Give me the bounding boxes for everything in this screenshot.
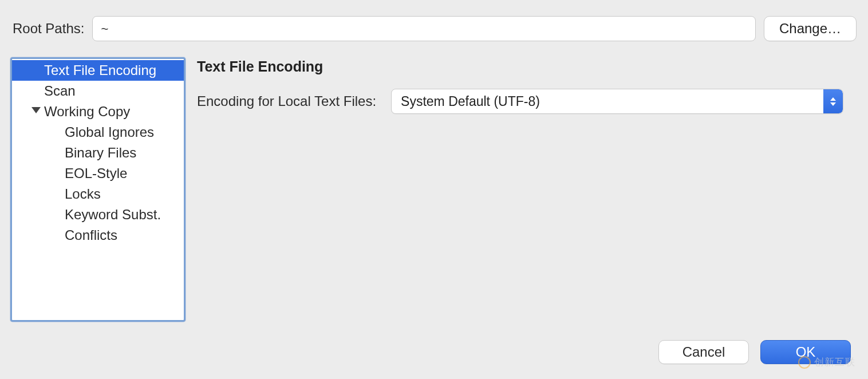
dialog-button-bar: Cancel OK	[658, 340, 851, 364]
sidebar-item-conflicts[interactable]: Conflicts	[12, 225, 184, 246]
chevron-up-icon	[830, 97, 836, 101]
encoding-field-row: Encoding for Local Text Files: System De…	[197, 89, 857, 114]
sidebar-item-locks[interactable]: Locks	[12, 184, 184, 204]
sidebar-tree[interactable]: Text File Encoding Scan Working Copy Glo…	[10, 57, 186, 322]
encoding-dropdown[interactable]: System Default (UTF-8)	[391, 89, 843, 114]
content-pane: Text File Encoding Encoding for Local Te…	[197, 57, 857, 322]
change-button[interactable]: Change…	[764, 16, 857, 41]
root-paths-label: Root Paths:	[13, 21, 84, 37]
disclosure-triangle-icon[interactable]	[31, 107, 41, 113]
root-paths-input[interactable]: ~	[92, 16, 756, 41]
encoding-label: Encoding for Local Text Files:	[197, 93, 376, 109]
sidebar-item-label: Scan	[44, 83, 76, 98]
dropdown-stepper-icon[interactable]	[823, 89, 843, 113]
sidebar-item-keyword-subst[interactable]: Keyword Subst.	[12, 204, 184, 225]
ok-button[interactable]: OK	[760, 340, 851, 364]
sidebar-item-label: Keyword Subst.	[65, 207, 161, 222]
sidebar-item-global-ignores[interactable]: Global Ignores	[12, 122, 184, 143]
sidebar-item-text-file-encoding[interactable]: Text File Encoding	[12, 60, 184, 81]
sidebar-item-label: Binary Files	[65, 145, 136, 160]
sidebar-item-label: Text File Encoding	[44, 62, 156, 78]
sidebar-item-label: Locks	[65, 186, 101, 202]
root-paths-row: Root Paths: ~ Change…	[0, 0, 868, 49]
sidebar-item-label: Conflicts	[65, 227, 117, 243]
sidebar-item-scan[interactable]: Scan	[12, 81, 184, 101]
sidebar-item-binary-files[interactable]: Binary Files	[12, 143, 184, 163]
encoding-dropdown-value: System Default (UTF-8)	[392, 89, 823, 113]
sidebar-item-working-copy[interactable]: Working Copy	[12, 101, 184, 122]
sidebar-item-label: Working Copy	[44, 104, 130, 119]
chevron-down-icon	[830, 102, 836, 106]
sidebar-item-label: EOL-Style	[65, 165, 127, 181]
cancel-button[interactable]: Cancel	[658, 340, 749, 364]
sidebar-item-label: Global Ignores	[65, 124, 154, 140]
sidebar-item-eol-style[interactable]: EOL-Style	[12, 163, 184, 184]
main-area: Text File Encoding Scan Working Copy Glo…	[0, 49, 868, 322]
content-heading: Text File Encoding	[197, 58, 857, 75]
